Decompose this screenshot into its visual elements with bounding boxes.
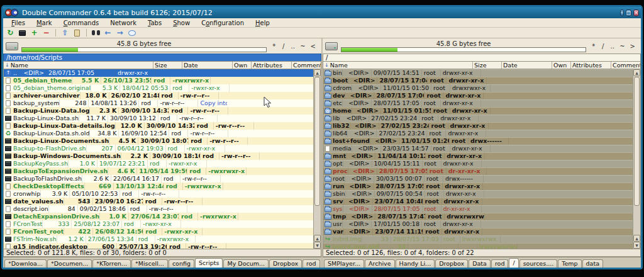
- tab-ktorren[interactable]: *KTorren...: [92, 259, 131, 268]
- back-icon[interactable]: ←: [103, 28, 113, 38]
- file-row-lib32[interactable]: lib32<DIR>27/02/15 23:24rootdrwxr-xr-x: [323, 122, 633, 130]
- file-row-var[interactable]: var<DIR>23/07/14 11:19rootdrwxr-xr-x: [323, 228, 633, 235]
- minimize-button[interactable]: –: [620, 9, 624, 16]
- comment-icon[interactable]: [126, 28, 137, 38]
- file-row-05-debian-theme-original[interactable]: 05_debian_theme.original5.3 K18/04/12 05…: [4, 84, 313, 92]
- up-dir-icon[interactable]: ⇧: [60, 28, 70, 38]
- tab-rod[interactable]: rod: [303, 259, 320, 268]
- scroll-up2-icon[interactable]: ▲: [314, 235, 321, 242]
- col-comment[interactable]: Comment: [611, 62, 640, 69]
- file-row-fstrim-now-sh[interactable]: FSTrim-Now.sh1.2 K27/06/15 13:34rod-rwxr…: [4, 235, 313, 243]
- file-row-backuptoflashdrive-sh[interactable]: BackupToFlashDrive.sh2.6 K22/06/14 16:17…: [4, 175, 313, 183]
- nav-btn-item[interactable]: /: [599, 43, 607, 50]
- menu-commands[interactable]: Commands: [58, 20, 105, 26]
- file-row-lost-found[interactable]: lost+found<DIR>11/01/15 01:20rootdrwx---…: [323, 137, 633, 145]
- nav-btn-item[interactable]: >: [628, 43, 637, 50]
- col-attributes[interactable]: Attributes: [252, 62, 292, 69]
- refresh-icon[interactable]: ↻: [5, 28, 16, 38]
- col-own[interactable]: Own: [233, 62, 252, 69]
- scroll-track[interactable]: [633, 206, 640, 235]
- file-row-item[interactable]: ↑..<DIR>28/07/15 17:05drwxr-xr-x: [4, 69, 313, 77]
- file-row-backup-linux-data-details-log[interactable]: Backup-Linux-Data-details.log12.0 K30/09…: [4, 122, 313, 130]
- file-row-backup-linux-data-sh[interactable]: Backup-Linux-Data.sh11.7 K30/09/10 13:12…: [4, 115, 313, 122]
- file-row-media[interactable]: media<DIR>23/03/15 14:57rootdrwxr-xr-x: [323, 145, 633, 152]
- file-row-fcrontest-root[interactable]: FCronTest_root42226/08/12 14:50rod-rwxr-…: [4, 228, 313, 235]
- search-icon[interactable]: [91, 28, 101, 38]
- file-row-dev[interactable]: dev<DIR>28/07/15 17:06rootdrwxr-xr-x: [323, 92, 633, 99]
- menu-mark[interactable]: Mark: [31, 20, 58, 26]
- add-icon[interactable]: +: [29, 28, 40, 38]
- nav-btn-item[interactable]: *: [589, 43, 597, 50]
- menu-tabs[interactable]: Tabs: [142, 20, 167, 26]
- nav-btn-item[interactable]: <: [309, 43, 318, 50]
- tab-data[interactable]: Data: [469, 259, 491, 268]
- file-row-etc[interactable]: etc<DIR>28/07/15 17:05rootdrwxr-xr-x: [323, 99, 633, 107]
- col-size[interactable]: Size: [473, 62, 502, 69]
- scroll-track[interactable]: [314, 206, 321, 235]
- tab-handy-li[interactable]: Handy Li...: [396, 259, 435, 268]
- file-row-cdrom[interactable]: cdrom<DIR>11/01/15 01:50rootdrwxrwxr-x: [323, 84, 633, 92]
- scrollbar[interactable]: ▲ ▲ ▼: [633, 69, 640, 249]
- col-date[interactable]: Date: [182, 62, 233, 69]
- tab-rod[interactable]: rod: [491, 259, 509, 268]
- file-row-proc[interactable]: proc<DIR>28/07/15 17:05rootdr-xr-xr-x: [323, 167, 633, 175]
- tab-my-docum[interactable]: My Docum...: [223, 259, 269, 268]
- file-row-backup-to-flashdrive-sh[interactable]: Backup-to-FlashDrive.sh20706/04/12 19:03…: [4, 145, 313, 152]
- nav-btn-item[interactable]: /: [279, 43, 287, 50]
- remove-icon[interactable]: −: [41, 28, 52, 38]
- file-row-root[interactable]: root<DIR>30/03/15 00:07rootdrwx------: [323, 175, 633, 183]
- file-row-g15-indicator-desktop[interactable]: g15_indicator.desktop60025/07/13 19:26ro…: [4, 243, 313, 249]
- tab-scripts[interactable]: Scripts: [195, 258, 223, 268]
- file-row-mnt[interactable]: mnt<DIR>11/04/14 10:12rootdrwxr-xr-x: [323, 152, 633, 160]
- current-path[interactable]: /home/rod/Scripts: [3, 54, 321, 61]
- menu-help[interactable]: Help: [250, 20, 275, 26]
- file-row-lib[interactable]: lib<DIR>27/02/15 23:24rootdrwxr-xr-x: [323, 115, 633, 122]
- tab-data[interactable]: data: [582, 259, 603, 268]
- file-row-05-debian-theme[interactable]: 05_debian_theme5.5 K26/10/13 23:55rod-rw…: [4, 77, 313, 84]
- tab-downloa[interactable]: *Downloa...: [4, 259, 47, 268]
- tab-dropbox[interactable]: Dropbox: [269, 259, 302, 268]
- file-row-sys[interactable]: sys<DIR>28/07/15 17:05rootdr-xr-xr-x: [323, 205, 633, 213]
- col-size[interactable]: Size: [153, 62, 182, 69]
- file-row-descript-ion[interactable]: descript.ion8409/02/15 18:46rod-rw-r--r-…: [4, 205, 313, 213]
- copy-icon[interactable]: [72, 28, 82, 38]
- scrollbar[interactable]: ▲ ▲ ▼: [313, 69, 321, 249]
- forward-icon[interactable]: →: [114, 28, 125, 38]
- nav-btn-item[interactable]: ..: [289, 43, 297, 50]
- tab-archive[interactable]: Archive: [365, 259, 395, 268]
- menu-files[interactable]: Files: [6, 20, 31, 26]
- file-row-backup-system[interactable]: backup_system24814/08/11 13:26rod-rw-r--…: [4, 99, 313, 107]
- file-row-backup-linux-data-log[interactable]: Backup-Linux-Data.log2.3 K30/09/10 14:32…: [4, 107, 313, 115]
- file-row-checkdesktopeffects[interactable]: CheckDesktopEffects66913/10/13 12:44rod-…: [4, 183, 313, 190]
- col-comment[interactable]: Comment: [292, 62, 321, 69]
- file-row-sbin[interactable]: sbin<DIR>09/07/15 00:54rootdrwxr-xr-x: [323, 190, 633, 198]
- titlebar[interactable]: Double Commander 0.6.4 beta build 6126; …: [3, 7, 641, 18]
- file-row-lib64[interactable]: lib64<DIR>27/02/15 23:24rootdrwxr-xr-x: [323, 130, 633, 137]
- scroll-down-icon[interactable]: ▼: [633, 242, 640, 249]
- scroll-up-icon[interactable]: ▲: [314, 69, 321, 76]
- file-row-tmp[interactable]: tmp<DIR>28/07/15 17:47rootdrwxrwxrwt: [323, 213, 633, 220]
- scroll-thumb[interactable]: [634, 77, 640, 206]
- tab-temp[interactable]: Temp: [558, 259, 581, 268]
- maximize-button[interactable]: □: [626, 9, 632, 16]
- col-own[interactable]: Own: [552, 62, 571, 69]
- file-row-archiver-unarchiver[interactable]: archiver-unarchiver18.0 K26/02/10 21:48r…: [4, 92, 313, 99]
- file-row-usr[interactable]: usr<DIR>17/01/15 00:18rootdrwxr-xr-x: [323, 220, 633, 228]
- current-path[interactable]: /: [323, 54, 641, 61]
- terminal-icon[interactable]: [17, 28, 28, 38]
- scroll-thumb[interactable]: [314, 77, 320, 206]
- file-row-date-values-sh[interactable]: date_values.sh54323/09/10 16:27rod-rw-r-…: [4, 198, 313, 205]
- file-row-cronwhip[interactable]: cronwhip3.9 K05/10/10 22:53rod-rw-r--r--: [4, 190, 313, 198]
- close-button[interactable]: ×: [633, 9, 639, 16]
- file-row-bin[interactable]: bin<DIR>09/07/15 14:51rootdrwxr-xr-x: [323, 69, 633, 77]
- file-row-run[interactable]: run<DIR>28/07/15 17:05rootdrwxr-xr-x: [323, 183, 633, 190]
- scroll-down-icon[interactable]: ▼: [314, 242, 321, 249]
- scroll-up2-icon[interactable]: ▲: [633, 235, 640, 242]
- col-attributes[interactable]: Attributes: [571, 62, 611, 69]
- tab-sources[interactable]: sources....: [519, 259, 558, 268]
- col-date[interactable]: Date: [502, 62, 552, 69]
- tab-dropbox[interactable]: Dropbox: [435, 259, 468, 268]
- col-name[interactable]: ↓Name: [4, 62, 153, 69]
- tab-item[interactable]: /: [509, 258, 518, 268]
- file-row-initrd-img-old[interactable]: ↪initrd.img.old33lrwxrwxrwx: [323, 243, 633, 249]
